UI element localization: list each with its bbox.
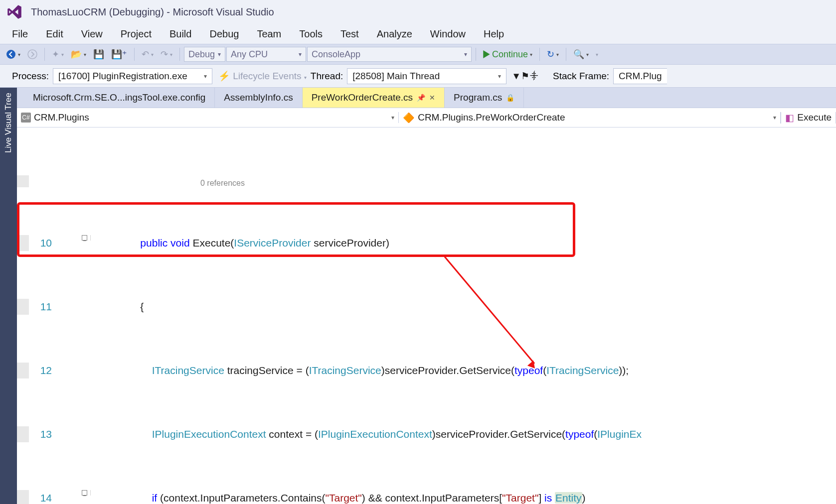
process-label: Process:: [8, 71, 53, 82]
menubar: File Edit View Project Build Debug Team …: [0, 24, 836, 44]
tab-config[interactable]: Microsoft.Crm.SE.O...ingsTool.exe.config: [24, 88, 215, 108]
fold-toggle[interactable]: [82, 235, 87, 241]
tab-config-label: Microsoft.Crm.SE.O...ingsTool.exe.config: [33, 92, 205, 103]
code-editor[interactable]: 0 references 10 public void Execute(ISer…: [17, 127, 836, 504]
refresh-button[interactable]: ↻ ▾: [544, 47, 562, 62]
lifecycle-button[interactable]: ⚡ Lifecycle Events ▾: [218, 70, 307, 82]
menu-file[interactable]: File: [3, 25, 37, 43]
close-icon[interactable]: ✕: [429, 94, 435, 102]
stackframe-label: Stack Frame:: [549, 71, 613, 82]
menu-analyze[interactable]: Analyze: [368, 25, 421, 43]
codelens-refs[interactable]: 0 references: [91, 175, 836, 191]
tab-preworkordercreate-label: PreWorkOrderCreate.cs: [312, 92, 413, 103]
save-all-button[interactable]: 💾⁺: [108, 47, 130, 62]
continue-label: Continue: [492, 49, 528, 60]
namespace-combo[interactable]: C# CRM.Plugins ▾: [17, 112, 399, 123]
nav-back-button[interactable]: ▾: [3, 47, 23, 61]
pin-icon[interactable]: 📌: [417, 94, 425, 102]
line-number: 11: [29, 299, 57, 315]
flag-icon: ⚑: [521, 70, 529, 82]
class-combo[interactable]: 🔶 CRM.Plugins.PreWorkOrderCreate ▾: [399, 112, 781, 124]
class-value: CRM.Plugins.PreWorkOrderCreate: [418, 112, 565, 123]
new-project-button[interactable]: ✦▾: [49, 47, 67, 62]
process-value: [16700] PluginRegistration.exe: [58, 71, 187, 82]
member-value: Execute: [797, 112, 832, 123]
vs-logo-icon: [4, 1, 25, 22]
menu-window[interactable]: Window: [421, 25, 475, 43]
undo-button[interactable]: ↶ ▾: [139, 47, 157, 62]
lock-icon: 🔒: [506, 94, 514, 102]
menu-view[interactable]: View: [72, 25, 112, 43]
line-number: 10: [29, 235, 57, 251]
svg-point-0: [6, 50, 15, 59]
menu-edit[interactable]: Edit: [37, 25, 72, 43]
csharp-icon: C#: [21, 113, 31, 123]
document-tabs: Microsoft.Crm.SE.O...ingsTool.exe.config…: [17, 88, 836, 108]
menu-tools[interactable]: Tools: [290, 25, 332, 43]
menu-project[interactable]: Project: [112, 25, 161, 43]
svg-point-1: [28, 50, 37, 59]
save-button[interactable]: 💾: [90, 47, 107, 62]
method-icon: ◧: [785, 112, 794, 124]
tab-program-label: Program.cs: [454, 92, 502, 103]
continue-button[interactable]: Continue ▾: [480, 47, 535, 62]
config-value: Debug: [188, 49, 215, 60]
thread-value: [28508] Main Thread: [352, 71, 440, 82]
menu-team[interactable]: Team: [248, 25, 290, 43]
class-icon: 🔶: [403, 112, 415, 124]
thread-label: Thread:: [307, 71, 347, 82]
namespace-value: CRM.Plugins: [34, 112, 89, 123]
platform-combo[interactable]: Any CPU▾: [226, 47, 306, 62]
lifecycle-label: Lifecycle Events: [233, 71, 301, 81]
menu-build[interactable]: Build: [161, 25, 200, 43]
tab-assemblyinfo-label: AssemblyInfo.cs: [224, 92, 293, 103]
main-toolbar: ▾ ✦▾ 📂▾ 💾 💾⁺ ↶ ▾ ↷ ▾ Debug▾ Any CPU▾ Con…: [0, 44, 836, 65]
stackframe-value: CRM.Plug: [619, 71, 662, 82]
line-number: 13: [29, 426, 57, 442]
menu-help[interactable]: Help: [475, 25, 513, 43]
process-combo[interactable]: [16700] PluginRegistration.exe ▾: [53, 68, 212, 84]
code-navbar: C# CRM.Plugins ▾ 🔶 CRM.Plugins.PreWorkOr…: [17, 108, 836, 127]
line-number: 12: [29, 363, 57, 378]
redo-button[interactable]: ↷ ▾: [158, 47, 175, 62]
threads-icon: ⸎: [529, 71, 539, 82]
menu-debug[interactable]: Debug: [200, 25, 248, 43]
platform-value: Any CPU: [231, 49, 268, 60]
find-button[interactable]: 🔍▾: [570, 47, 592, 62]
live-visual-tree-label: Live Visual Tree: [3, 93, 13, 153]
line-number: 14: [29, 490, 57, 504]
tab-assemblyinfo[interactable]: AssemblyInfo.cs: [215, 88, 302, 108]
window-title: ThomasLuoCRM (Debugging) - Microsoft Vis…: [31, 6, 274, 18]
config-combo[interactable]: Debug▾: [184, 47, 225, 62]
open-file-button[interactable]: 📂▾: [68, 47, 89, 62]
filter-icon[interactable]: ▼: [511, 71, 521, 82]
toolbar-overflow[interactable]: ▾: [593, 50, 601, 59]
thread-combo[interactable]: [28508] Main Thread ▾: [347, 68, 506, 84]
stackframe-combo[interactable]: CRM.Plug: [613, 68, 667, 84]
tab-preworkordercreate[interactable]: PreWorkOrderCreate.cs 📌 ✕: [303, 88, 445, 108]
tab-program[interactable]: Program.cs🔒: [445, 88, 524, 108]
startup-value: ConsoleApp: [312, 49, 360, 60]
menu-test[interactable]: Test: [332, 25, 368, 43]
startup-combo[interactable]: ConsoleApp▾: [307, 47, 472, 62]
titlebar: ThomasLuoCRM (Debugging) - Microsoft Vis…: [0, 0, 836, 24]
live-visual-tree-tab[interactable]: Live Visual Tree: [0, 88, 17, 504]
member-combo[interactable]: ◧ Execute: [781, 112, 836, 124]
nav-forward-button[interactable]: [24, 47, 40, 61]
fold-toggle[interactable]: [82, 490, 87, 496]
debug-toolbar: Process: [16700] PluginRegistration.exe …: [0, 65, 836, 88]
